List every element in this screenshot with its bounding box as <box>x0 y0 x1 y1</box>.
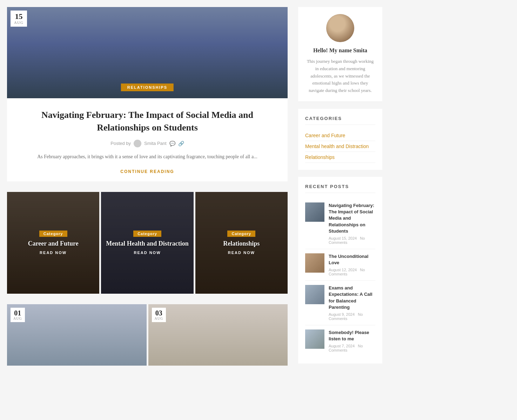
recent-posts-list: Navigating February: The Impact of Socia… <box>305 198 375 356</box>
recent-post-title-2[interactable]: Exams and Expectations: A Call for Balan… <box>329 285 375 311</box>
cat-read-now-0[interactable]: READ NOW <box>40 251 67 255</box>
category-cards: Category Career and Future READ NOW Cate… <box>7 192 288 294</box>
categories-list: Career and Future Mental health and Dist… <box>305 130 375 163</box>
recent-post-2[interactable]: Exams and Expectations: A Call for Balan… <box>305 281 375 325</box>
date-badge: 15 AUG <box>11 11 27 27</box>
posted-by-label: Posted by <box>110 141 131 146</box>
category-item-2[interactable]: Relationships <box>305 152 375 163</box>
cat-label-0: Category <box>39 231 67 237</box>
cat-label-2: Category <box>227 231 255 237</box>
category-link-0[interactable]: Career and Future <box>305 133 345 138</box>
recent-post-thumb-3 <box>305 329 324 349</box>
comment-icon: 💬 <box>169 141 175 146</box>
category-card-relationships[interactable]: Category Relationships READ NOW <box>195 192 288 294</box>
date-day: 15 <box>14 13 24 20</box>
cat-title-1: Mental Health and Distraction <box>102 240 192 248</box>
main-content: 15 AUG RELATIONSHIPS Navigating February… <box>7 7 288 371</box>
recent-post-meta-2: August 9, 2024 No Comments <box>329 312 375 321</box>
featured-post-image: 15 AUG RELATIONSHIPS <box>7 7 288 98</box>
cat-title-0: Career and Future <box>25 240 82 248</box>
share-icon: 🔗 <box>178 141 184 146</box>
author-name-meta[interactable]: Smita Pant <box>144 141 167 146</box>
recent-post-3[interactable]: Somebody! Please listen to me August 7, … <box>305 325 375 356</box>
author-bio: This journey began through working in ed… <box>305 58 375 94</box>
recent-post-info-3: Somebody! Please listen to me August 7, … <box>329 329 375 352</box>
sidebar: Hello! My name Smita This journey began … <box>298 7 382 371</box>
author-avatar <box>326 14 354 42</box>
continue-reading: CONTINUE READING <box>21 168 274 174</box>
bottom-post-1-bg <box>148 304 288 366</box>
bottom-post-0-bg <box>7 304 147 366</box>
sidebar-categories-section: CATEGORIES Career and Future Mental heal… <box>298 109 382 170</box>
bp-day-0: 01 <box>13 309 22 316</box>
recent-post-meta-1: August 12, 2024 No Comments <box>329 268 375 276</box>
featured-post-excerpt: As February approaches, it brings with i… <box>21 153 274 161</box>
category-link-1[interactable]: Mental health and Distraction <box>305 144 369 149</box>
categories-section-title: CATEGORIES <box>305 116 375 125</box>
recent-post-title-1[interactable]: The Unconditional Love <box>329 253 375 266</box>
recent-post-thumb-1 <box>305 253 324 273</box>
cat-label-1: Category <box>133 231 161 237</box>
page-wrapper: 15 AUG RELATIONSHIPS Navigating February… <box>0 0 517 378</box>
recent-post-info-2: Exams and Expectations: A Call for Balan… <box>329 285 375 321</box>
featured-post-meta: Posted by Smita Pant 💬 🔗 <box>21 140 274 147</box>
bp-month-1: AUG <box>155 316 163 320</box>
date-month: AUG <box>14 20 24 25</box>
recent-posts-section-title: RECENT POSTS <box>305 184 375 193</box>
recent-post-meta-3: August 7, 2024 No Comments <box>329 344 375 352</box>
featured-category-badge[interactable]: RELATIONSHIPS <box>121 84 174 91</box>
recent-post-meta-0: August 15, 2024 No Comments <box>329 236 375 245</box>
recent-post-info-0: Navigating February: The Impact of Socia… <box>329 202 375 245</box>
bottom-post-0[interactable]: 01 AUG <box>7 304 147 366</box>
bottom-posts: 01 AUG 03 AUG <box>7 304 288 366</box>
featured-post: 15 AUG RELATIONSHIPS Navigating February… <box>7 7 288 181</box>
category-card-mental-overlay: Category Mental Health and Distraction R… <box>101 192 193 294</box>
category-link-2[interactable]: Relationships <box>305 154 335 160</box>
recent-post-date-1: August 12, 2024 <box>329 268 357 272</box>
recent-post-title-3[interactable]: Somebody! Please listen to me <box>329 329 375 342</box>
bp-month-0: AUG <box>13 316 22 320</box>
recent-post-thumb-2 <box>305 285 324 304</box>
recent-post-1[interactable]: The Unconditional Love August 12, 2024 N… <box>305 249 375 281</box>
cat-title-2: Relationships <box>220 240 263 248</box>
bp-day-1: 03 <box>155 309 163 316</box>
sidebar-author: Hello! My name Smita This journey began … <box>298 7 382 102</box>
recent-post-date-3: August 7, 2024 <box>329 344 355 348</box>
recent-post-thumb-0 <box>305 202 324 222</box>
bottom-post-1[interactable]: 03 AUG <box>148 304 288 366</box>
category-card-mental[interactable]: Category Mental Health and Distraction R… <box>101 192 193 294</box>
recent-post-0[interactable]: Navigating February: The Impact of Socia… <box>305 198 375 249</box>
featured-post-title: Navigating February: The Impact of Socia… <box>21 109 274 134</box>
recent-post-info-1: The Unconditional Love August 12, 2024 N… <box>329 253 375 276</box>
category-item-1[interactable]: Mental health and Distraction <box>305 141 375 152</box>
recent-post-date-2: August 9, 2024 <box>329 312 355 316</box>
bottom-post-0-date: 01 AUG <box>11 308 25 322</box>
category-card-career-overlay: Category Career and Future READ NOW <box>7 192 99 294</box>
category-item-0[interactable]: Career and Future <box>305 130 375 141</box>
featured-post-body: Navigating February: The Impact of Socia… <box>7 98 288 181</box>
category-card-relationships-overlay: Category Relationships READ NOW <box>195 192 288 294</box>
author-avatar-small <box>134 140 141 147</box>
sidebar-recent-posts-section: RECENT POSTS Navigating February: The Im… <box>298 177 382 364</box>
category-card-career[interactable]: Category Career and Future READ NOW <box>7 192 99 294</box>
cat-read-now-1[interactable]: READ NOW <box>134 251 161 255</box>
author-name: Hello! My name Smita <box>305 47 375 54</box>
recent-post-date-0: August 15, 2024 <box>329 236 357 240</box>
continue-reading-link[interactable]: CONTINUE READING <box>120 169 174 174</box>
bottom-post-1-date: 03 AUG <box>152 308 166 322</box>
recent-post-title-0[interactable]: Navigating February: The Impact of Socia… <box>329 202 375 234</box>
cat-read-now-2[interactable]: READ NOW <box>228 251 255 255</box>
author-avatar-inner <box>326 14 354 42</box>
